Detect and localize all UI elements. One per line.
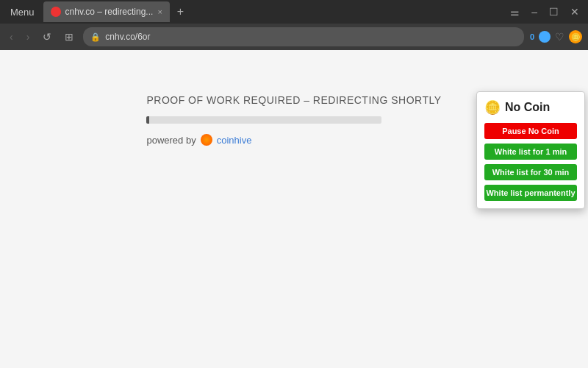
minimize-button[interactable]: – xyxy=(528,6,540,18)
pause-nocoin-button[interactable]: Pause No Coin xyxy=(484,123,577,139)
url-bar[interactable]: 🔒 cnhv.co/6or xyxy=(83,27,524,46)
coinhive-link[interactable]: coinhive xyxy=(217,135,252,146)
progress-bar-container xyxy=(146,116,381,124)
extension-icon-blue[interactable] xyxy=(539,31,551,43)
forward-button[interactable]: › xyxy=(23,29,34,44)
active-tab[interactable]: cnhv.co – redirecting... × xyxy=(43,1,170,22)
whitelist-30min-button[interactable]: White list for 30 min xyxy=(484,164,577,180)
whitelist-1min-button[interactable]: White list for 1 min xyxy=(484,144,577,160)
nocoin-emoji: 🪙 xyxy=(484,99,501,116)
heart-icon[interactable]: ♡ xyxy=(555,31,564,43)
url-text: cnhv.co/6or xyxy=(105,32,150,42)
nocoin-extension-icon[interactable]: 🪙 xyxy=(569,30,582,43)
address-bar-right: 0 ♡ 🪙 xyxy=(530,30,582,43)
address-bar: ‹ › ↺ ⊞ 🔒 cnhv.co/6or 0 ♡ 🪙 xyxy=(0,24,588,50)
extension-badge xyxy=(539,31,551,43)
reload-button[interactable]: ↺ xyxy=(39,29,55,44)
new-tab-button[interactable]: + xyxy=(173,5,188,18)
back-button[interactable]: ‹ xyxy=(6,29,17,44)
nocoin-title: No Coin xyxy=(505,101,550,114)
tab-title: cnhv.co – redirecting... xyxy=(65,7,154,17)
tab-close-button[interactable]: × xyxy=(157,7,162,16)
nocoin-popup: 🪙 No Coin Pause No Coin White list for 1… xyxy=(476,91,585,209)
whitelist-permanent-button[interactable]: White list permantently xyxy=(484,185,577,201)
tab-favicon xyxy=(51,7,61,17)
lock-icon: 🔒 xyxy=(90,32,101,42)
filter-icon[interactable]: ⚌ xyxy=(507,6,523,18)
close-button[interactable]: ✕ xyxy=(567,6,582,18)
powered-by-section: powered by coinhive xyxy=(146,134,441,146)
main-content: PROOF OF WORK REQUIRED – REDIRECTING SHO… xyxy=(0,50,588,368)
progress-bar-fill xyxy=(146,116,149,124)
coinhive-logo-icon xyxy=(201,134,212,146)
extension-badge-number: 0 xyxy=(530,32,534,41)
grid-button[interactable]: ⊞ xyxy=(61,29,77,44)
window-controls: ⚌ – ☐ ✕ xyxy=(507,6,582,18)
title-bar: Menu cnhv.co – redirecting... × + ⚌ – ☐ … xyxy=(0,0,588,24)
restore-button[interactable]: ☐ xyxy=(546,6,562,18)
proof-of-work-text: PROOF OF WORK REQUIRED – REDIRECTING SHO… xyxy=(146,94,441,106)
menu-button[interactable]: Menu xyxy=(6,7,39,18)
nocoin-header: 🪙 No Coin xyxy=(484,99,577,118)
powered-by-label: powered by xyxy=(146,135,196,146)
page-body: PROOF OF WORK REQUIRED – REDIRECTING SHO… xyxy=(146,94,441,146)
tab-bar: cnhv.co – redirecting... × + xyxy=(43,1,503,22)
